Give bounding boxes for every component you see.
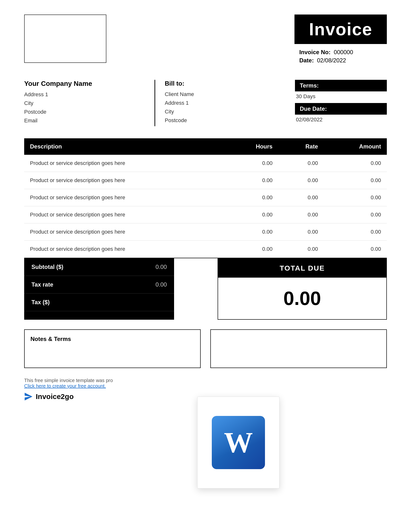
row-amount: 0.00 <box>324 241 387 258</box>
invoice-no-value: 000000 <box>334 49 353 55</box>
table-header: Description Hours Rate Amount <box>24 138 387 155</box>
due-date-value: 02/08/2022 <box>295 116 387 123</box>
word-w-letter: W <box>224 428 253 457</box>
svg-marker-0 <box>25 393 32 400</box>
col-amount: Amount <box>324 138 387 155</box>
row-description: Product or service description goes here <box>24 241 225 258</box>
terms-notes-box <box>210 329 387 368</box>
client-postcode: Postcode <box>165 117 286 124</box>
tax-rate-value: 0.00 <box>155 281 167 288</box>
bill-to: Bill to: Client Name Address 1 City Post… <box>155 80 295 126</box>
invoice-title: Invoice <box>309 19 372 39</box>
row-description: Product or service description goes here <box>24 189 225 206</box>
notes-section: Notes & Terms <box>24 329 387 368</box>
row-hours: 0.00 <box>225 241 279 258</box>
col-rate: Rate <box>278 138 324 155</box>
row-rate: 0.00 <box>278 172 324 189</box>
total-due-label: TOTAL DUE <box>218 259 386 278</box>
address-section: Your Company Name Address 1 City Postcod… <box>24 80 387 126</box>
row-rate: 0.00 <box>278 155 324 172</box>
table-row: Product or service description goes here… <box>24 206 387 223</box>
row-amount: 0.00 <box>324 206 387 223</box>
total-due-value: 0.00 <box>218 278 386 319</box>
invoice-no-label: Invoice No: <box>299 49 330 55</box>
table-row: Product or service description goes here… <box>24 223 387 241</box>
tax-rate-label: Tax rate <box>31 281 53 288</box>
header: Invoice Invoice No: 000000 Date: 02/08/2… <box>24 15 387 65</box>
subtotal-box: Subtotal ($) 0.00 Tax rate 0.00 Tax ($) <box>24 258 174 320</box>
subtotal-label: Subtotal ($) <box>31 264 63 270</box>
word-icon-overlay: W <box>197 397 280 488</box>
totals-section: Subtotal ($) 0.00 Tax rate 0.00 Tax ($) … <box>24 258 387 320</box>
row-hours: 0.00 <box>225 189 279 206</box>
brand-name: Invoice2go <box>36 392 74 401</box>
due-date-label: Due Date: <box>295 103 387 115</box>
row-amount: 0.00 <box>324 189 387 206</box>
link-line: Click here to create your free account. <box>24 383 387 389</box>
col-description: Description <box>24 138 225 155</box>
invoice-page: Invoice Invoice No: 000000 Date: 02/08/2… <box>0 0 411 532</box>
client-address1: Address 1 <box>165 100 286 106</box>
row-description: Product or service description goes here <box>24 155 225 172</box>
from-city: City <box>24 100 145 106</box>
row-rate: 0.00 <box>278 223 324 241</box>
tax-label: Tax ($) <box>31 299 50 306</box>
create-account-link[interactable]: Click here to create your free account. <box>24 383 106 389</box>
row-hours: 0.00 <box>225 223 279 241</box>
invoice-date-line: Date: 02/08/2022 <box>299 57 387 64</box>
row-hours: 0.00 <box>225 172 279 189</box>
from-address1: Address 1 <box>24 91 145 98</box>
row-amount: 0.00 <box>324 172 387 189</box>
client-city: City <box>165 109 286 115</box>
promo-text: This free simple invoice template was pr… <box>24 378 387 383</box>
row-hours: 0.00 <box>225 155 279 172</box>
subtotal-row: Subtotal ($) 0.00 <box>24 258 174 276</box>
terms-label: Terms: <box>295 80 387 91</box>
invoice-title-box: Invoice <box>294 15 387 44</box>
row-amount: 0.00 <box>324 155 387 172</box>
row-description: Product or service description goes here <box>24 206 225 223</box>
logo-placeholder <box>24 15 106 63</box>
total-due-box: TOTAL DUE 0.00 <box>218 258 387 320</box>
row-rate: 0.00 <box>278 241 324 258</box>
from-email: Email <box>24 117 145 124</box>
tax-row: Tax ($) <box>24 294 174 311</box>
terms-box: Terms: 30 Days Due Date: 02/08/2022 <box>295 80 387 126</box>
tax-rate-row: Tax rate 0.00 <box>24 276 174 294</box>
row-description: Product or service description goes here <box>24 223 225 241</box>
company-name: Your Company Name <box>24 80 145 87</box>
notes-box: Notes & Terms <box>24 329 201 368</box>
subtotal-value: 0.00 <box>155 264 167 270</box>
from-postcode: Postcode <box>24 109 145 115</box>
row-rate: 0.00 <box>278 189 324 206</box>
row-hours: 0.00 <box>225 206 279 223</box>
invoice-table: Description Hours Rate Amount Product or… <box>24 138 387 258</box>
col-hours: Hours <box>225 138 279 155</box>
from-address: Your Company Name Address 1 City Postcod… <box>24 80 155 126</box>
row-amount: 0.00 <box>324 223 387 241</box>
invoice-date-value: 02/08/2022 <box>317 57 346 64</box>
invoice-number-line: Invoice No: 000000 <box>299 49 387 56</box>
row-rate: 0.00 <box>278 206 324 223</box>
table-row: Product or service description goes here… <box>24 241 387 258</box>
client-name: Client Name <box>165 91 286 97</box>
table-row: Product or service description goes here… <box>24 189 387 206</box>
table-body: Product or service description goes here… <box>24 155 387 258</box>
paper-plane-icon <box>24 392 33 401</box>
word-app-icon: W <box>212 416 265 469</box>
terms-value: 30 Days <box>295 93 387 100</box>
invoice-right: Invoice Invoice No: 000000 Date: 02/08/2… <box>294 15 387 65</box>
notes-title: Notes & Terms <box>30 336 194 342</box>
table-row: Product or service description goes here… <box>24 172 387 189</box>
bill-to-label: Bill to: <box>165 80 286 87</box>
invoice-meta: Invoice No: 000000 Date: 02/08/2022 <box>294 49 387 64</box>
row-description: Product or service description goes here <box>24 172 225 189</box>
table-row: Product or service description goes here… <box>24 155 387 172</box>
invoice-date-label: Date: <box>299 57 314 64</box>
